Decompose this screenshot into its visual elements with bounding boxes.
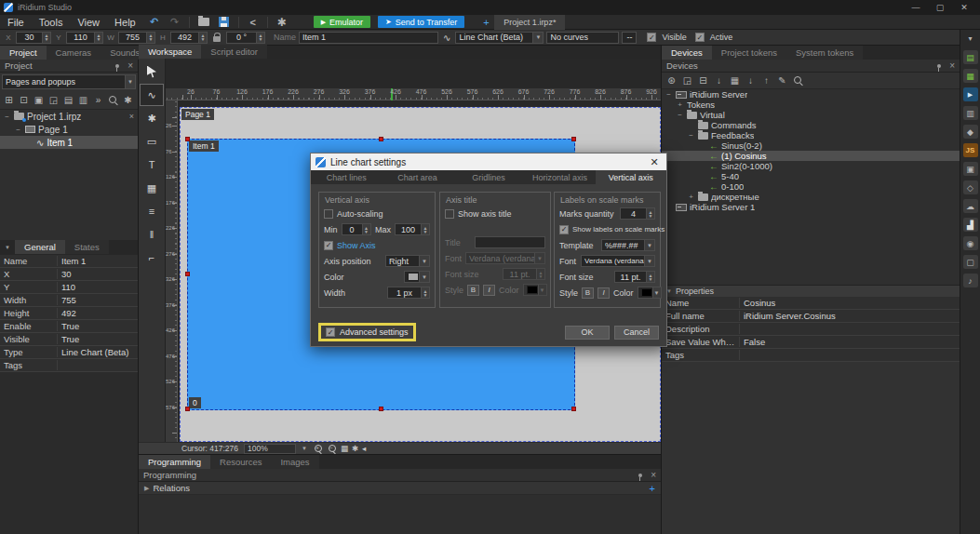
maximize-button[interactable] [928, 1, 952, 14]
screens-icon[interactable]: ▢ [963, 255, 978, 269]
chart-icon[interactable]: ▟ [963, 218, 978, 232]
line-chart-tool[interactable]: ∿ [141, 85, 163, 105]
expand-caret-icon[interactable] [144, 485, 149, 492]
dialog-tab-chart-area[interactable]: Chart area [382, 170, 452, 184]
text-tool[interactable]: T [141, 154, 163, 175]
zoom-dropdown-icon[interactable] [302, 446, 307, 451]
effects-icon[interactable]: ◆ [963, 125, 978, 139]
tab-states[interactable]: States [65, 240, 109, 254]
token-properties-header[interactable]: Properties [662, 285, 960, 297]
cloud-icon[interactable]: ☁ [963, 199, 978, 213]
project-tab[interactable]: Project 1.irpz* [494, 15, 565, 30]
align-tool[interactable]: ≡ [141, 201, 163, 221]
move-up-icon[interactable]: ↑ [759, 74, 773, 87]
expander-icon[interactable]: + [676, 100, 684, 109]
grid-icon[interactable]: ▦ [341, 444, 348, 454]
dialog-tab-vertical-axis[interactable]: Vertical axis [596, 170, 666, 184]
cancel-button[interactable]: Cancel [614, 326, 659, 340]
project-node-project-1-irpz[interactable]: −Project 1.irpz× [0, 110, 138, 123]
lock-ratio-icon[interactable] [213, 36, 221, 42]
settings-gear-icon[interactable] [273, 16, 291, 28]
project-node-item-1[interactable]: ∿Item 1 [0, 136, 138, 149]
tab-script-editor[interactable]: Script editor [201, 45, 267, 59]
selection-handle[interactable] [185, 137, 190, 141]
settings-tool[interactable]: ✱ [141, 108, 163, 128]
labels-font-size-spinner[interactable]: 11 pt. [614, 271, 655, 283]
min-spinner[interactable]: 0 [342, 223, 371, 235]
tab-devices[interactable]: Devices [662, 46, 712, 60]
camera-icon[interactable]: ◉ [963, 236, 978, 250]
store-icon[interactable]: ▥ [963, 106, 978, 120]
grid-tool[interactable]: ▦ [141, 178, 163, 198]
device-node-0-100[interactable]: ←0-100 [662, 181, 960, 192]
add-page-icon[interactable]: ⊞ [2, 94, 16, 106]
search-icon[interactable] [791, 74, 805, 87]
item-prop-value[interactable]: True [58, 334, 138, 344]
close-project-icon[interactable]: × [129, 112, 136, 121]
item-type-dropdown[interactable]: Line Chart (Beta) [455, 32, 544, 44]
add-device-icon[interactable]: ⊛ [665, 74, 678, 87]
duplicate-icon[interactable]: ◲ [47, 94, 60, 106]
delete-icon[interactable]: ⊟ [696, 74, 710, 87]
device-node-5-40[interactable]: ←5-40 [662, 171, 960, 181]
title-font-dropdown[interactable]: Verdana (verdana.ttf) [465, 252, 545, 264]
close-panel-icon[interactable] [651, 470, 656, 480]
device-node-sin2-0-1000[interactable]: ←Sin2(0-1000) [662, 161, 960, 171]
project-tree-icon[interactable]: ▤ [963, 50, 978, 64]
max-spinner[interactable]: 100 [395, 223, 430, 235]
download-icon[interactable]: ↓ [712, 74, 726, 87]
tab-programming[interactable]: Programming [139, 455, 210, 469]
pin-icon[interactable] [115, 64, 119, 68]
tab-general[interactable]: General [15, 240, 65, 254]
chevron-down-icon[interactable]: ▾ [963, 32, 978, 46]
marks-quantity-spinner[interactable]: 4 [620, 207, 655, 220]
selection-handle[interactable] [379, 407, 383, 411]
image-icon[interactable]: ▣ [963, 162, 978, 176]
item-prop-value[interactable]: 30 [58, 269, 138, 279]
device-node-1-cosinus[interactable]: ←(1) Cosinus [662, 151, 960, 161]
add-folder-icon[interactable]: ▣ [32, 94, 46, 106]
tab-cameras[interactable]: Cameras [47, 46, 101, 60]
undo-icon[interactable] [145, 16, 164, 28]
distribute-tool[interactable]: ‖ [141, 224, 163, 245]
select-tool[interactable] [141, 61, 163, 82]
open-project-icon[interactable] [195, 16, 213, 28]
expander-icon[interactable]: + [687, 193, 695, 201]
curves-more-button[interactable]: -- [622, 32, 637, 44]
device-node-tokens[interactable]: +Tokens [662, 100, 960, 110]
token-prop-value[interactable]: iRidium Server.Cosinus [740, 311, 960, 321]
move-down-icon[interactable]: ↓ [744, 74, 758, 87]
device-node-iridium-server[interactable]: −iRidium Server [662, 89, 960, 100]
auto-scaling-checkbox[interactable] [324, 209, 333, 219]
expander-icon[interactable]: − [665, 90, 673, 99]
new-project-tab-button[interactable]: + [479, 17, 492, 28]
labels-italic-button[interactable]: I [597, 287, 610, 299]
device-node-virtual[interactable]: −Virtual [662, 110, 960, 120]
edit-icon[interactable]: ✎ [775, 74, 789, 87]
send-to-transfer-button[interactable]: Send to Transfer [378, 16, 464, 28]
relations-row[interactable]: Relations + [139, 482, 661, 495]
x-spinner[interactable]: 30 [16, 32, 51, 44]
copy-icon[interactable]: ◲ [680, 74, 694, 87]
js-icon[interactable]: JS [963, 143, 978, 157]
pin-icon[interactable] [937, 64, 941, 68]
close-panel-icon[interactable] [949, 60, 955, 71]
export-icon[interactable]: ▥ [76, 94, 90, 106]
selection-handle[interactable] [571, 137, 576, 141]
selection-handle[interactable] [185, 407, 190, 411]
axis-color-dropdown[interactable] [404, 271, 430, 283]
tab-system-tokens[interactable]: System tokens [786, 46, 863, 60]
active-checkbox[interactable] [695, 33, 705, 42]
emulator-button[interactable]: Emulator [314, 16, 370, 28]
width-spinner[interactable]: 755 [118, 32, 155, 44]
menu-tools[interactable]: Tools [32, 17, 71, 28]
curves-dropdown[interactable]: No curves [546, 32, 619, 44]
project-node-page-1[interactable]: −Page 1 [0, 123, 138, 136]
item-prop-value[interactable]: True [58, 321, 138, 331]
selection-handle[interactable] [185, 272, 190, 276]
pin-icon[interactable] [638, 474, 642, 477]
paste-icon[interactable]: ▤ [61, 94, 75, 106]
device-node-commands[interactable]: Commands [662, 120, 960, 130]
button-tool[interactable]: ▭ [141, 131, 163, 152]
device-node-iridium-server-1[interactable]: iRidium Server 1 [662, 202, 960, 212]
